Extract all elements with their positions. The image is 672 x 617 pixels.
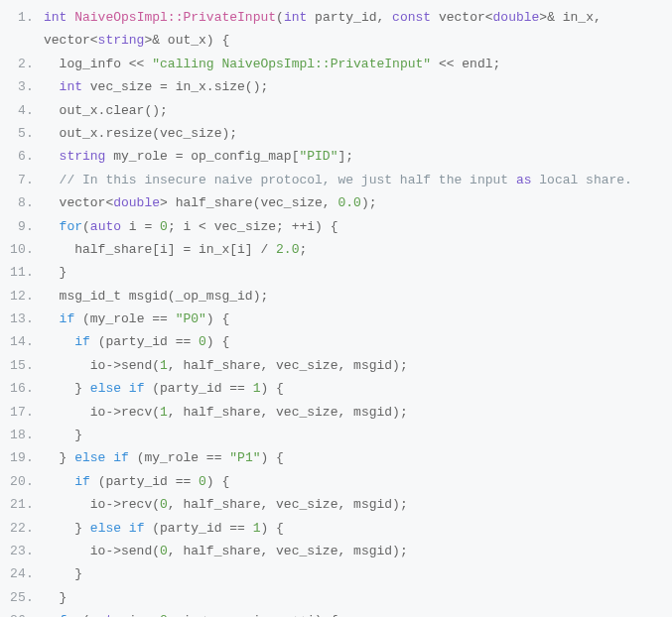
code-line: 26. for(auto i = 0; i < vec_size; ++i) { bbox=[0, 609, 672, 617]
line-number: 15. bbox=[0, 354, 44, 377]
code-token: "P0" bbox=[176, 311, 206, 326]
line-number: 4. bbox=[0, 99, 44, 122]
code-token: if bbox=[113, 450, 129, 465]
line-number: 8. bbox=[0, 191, 44, 214]
code-token: ]; bbox=[337, 149, 353, 164]
code-content: } else if (party_id == 1) { bbox=[44, 377, 672, 400]
code-token: io->send( bbox=[44, 544, 160, 558]
line-number: 12. bbox=[0, 285, 44, 308]
code-content: } bbox=[44, 586, 672, 609]
code-token: } bbox=[44, 566, 82, 581]
code-token: else bbox=[74, 450, 105, 465]
code-token: string bbox=[98, 33, 145, 48]
code-line: 22. } else if (party_id == 1) { bbox=[0, 517, 672, 540]
code-token bbox=[121, 521, 129, 536]
code-content: } bbox=[44, 261, 672, 284]
code-token: (party_id == bbox=[144, 381, 252, 396]
code-token: if bbox=[129, 521, 145, 536]
code-content: out_x.clear(); bbox=[44, 99, 672, 122]
code-token: ) { bbox=[261, 450, 284, 465]
code-token: ; i < vec_size; ++i) { bbox=[168, 219, 338, 234]
code-token: (party_id == bbox=[90, 334, 199, 349]
code-token: << endl; bbox=[431, 57, 500, 71]
line-number: 11. bbox=[0, 261, 44, 284]
code-content: if (party_id == 0) { bbox=[44, 330, 672, 353]
code-token: auto bbox=[90, 613, 121, 617]
code-token: "calling NaiveOpsImpl::PrivateInput" bbox=[152, 57, 431, 71]
code-token: 1 bbox=[253, 381, 261, 396]
line-number: 22. bbox=[0, 517, 44, 540]
code-content: if (party_id == 0) { bbox=[44, 470, 672, 493]
code-token: ( bbox=[82, 219, 90, 234]
line-number: 6. bbox=[0, 145, 44, 168]
code-token: local share. bbox=[532, 173, 632, 187]
code-token bbox=[44, 334, 74, 349]
line-number: 10. bbox=[0, 238, 44, 261]
code-line: 7. // In this insecure naive protocol, w… bbox=[0, 169, 672, 191]
code-line: 11. } bbox=[0, 261, 672, 284]
code-line: 19. } else if (my_role == "P1") { bbox=[0, 446, 672, 469]
line-number: 14. bbox=[0, 330, 44, 353]
line-number: 1. bbox=[0, 6, 44, 29]
code-token: ) { bbox=[206, 334, 229, 349]
code-token: string bbox=[60, 149, 106, 164]
line-number: 2. bbox=[0, 53, 44, 75]
code-token: >& out_x) { bbox=[144, 33, 229, 48]
code-token: out_x.clear(); bbox=[44, 103, 168, 118]
code-token: 0 bbox=[199, 334, 206, 349]
code-token: ) { bbox=[261, 381, 284, 396]
code-content: for(auto i = 0; i < vec_size; ++i) { bbox=[44, 609, 672, 617]
code-line: 17. io->recv(1, half_share, vec_size, ms… bbox=[0, 401, 672, 424]
code-token: 1 bbox=[160, 358, 168, 373]
code-token: 0 bbox=[160, 497, 168, 512]
code-token: (my_role == bbox=[74, 311, 175, 326]
code-token: const bbox=[392, 10, 431, 25]
code-token: i = bbox=[121, 219, 160, 234]
code-line: 3. int vec_size = in_x.size(); bbox=[0, 75, 672, 98]
code-token: ; i < vec_size; ++i) { bbox=[168, 613, 338, 617]
code-token bbox=[44, 311, 60, 326]
code-token: (party_id == bbox=[144, 521, 252, 536]
code-token: my_role = op_config_map[ bbox=[105, 149, 299, 164]
code-line: 16. } else if (party_id == 1) { bbox=[0, 377, 672, 400]
code-token: vec_size = in_x.size(); bbox=[82, 79, 268, 94]
code-token: double bbox=[113, 195, 160, 210]
line-number: 26. bbox=[0, 609, 44, 617]
code-token: } bbox=[44, 265, 67, 280]
code-line: 8. vector<double> half_share(vec_size, 0… bbox=[0, 191, 672, 214]
code-content: } else if (party_id == 1) { bbox=[44, 517, 672, 540]
code-token: ) { bbox=[261, 521, 284, 536]
code-token: party_id, bbox=[307, 10, 392, 25]
code-content: } bbox=[44, 562, 672, 585]
code-token: if bbox=[60, 311, 75, 326]
line-number: 19. bbox=[0, 446, 44, 469]
code-token bbox=[44, 613, 60, 617]
code-token: vector< bbox=[431, 10, 492, 25]
code-line: 21. io->recv(0, half_share, vec_size, ms… bbox=[0, 493, 672, 516]
code-token: auto bbox=[90, 219, 121, 234]
line-number: 21. bbox=[0, 493, 44, 516]
code-token: (my_role == bbox=[129, 450, 229, 465]
code-token bbox=[44, 79, 60, 94]
code-token: 0 bbox=[160, 544, 168, 558]
line-number: 25. bbox=[0, 586, 44, 609]
code-token: for bbox=[60, 219, 82, 234]
line-number: 3. bbox=[0, 75, 44, 98]
code-content: vector<double> half_share(vec_size, 0.0)… bbox=[44, 191, 672, 214]
code-line: 1.int NaiveOpsImpl::PrivateInput(int par… bbox=[0, 6, 672, 53]
code-token: io->send( bbox=[44, 358, 160, 373]
code-token bbox=[44, 219, 60, 234]
code-content: if (my_role == "P0") { bbox=[44, 308, 672, 330]
code-token: } bbox=[44, 590, 67, 605]
code-token: , half_share, vec_size, msgid); bbox=[168, 358, 408, 373]
code-token: i = bbox=[121, 613, 160, 617]
code-token: if bbox=[74, 474, 90, 489]
code-token: 0 bbox=[160, 613, 168, 617]
code-line: 6. string my_role = op_config_map["PID"]… bbox=[0, 145, 672, 168]
code-token: "P1" bbox=[229, 450, 260, 465]
code-token: (party_id == bbox=[90, 474, 199, 489]
code-token: as bbox=[516, 173, 532, 187]
code-line: 13. if (my_role == "P0") { bbox=[0, 308, 672, 330]
code-content: io->send(1, half_share, vec_size, msgid)… bbox=[44, 354, 672, 377]
code-token: , half_share, vec_size, msgid); bbox=[168, 497, 408, 512]
